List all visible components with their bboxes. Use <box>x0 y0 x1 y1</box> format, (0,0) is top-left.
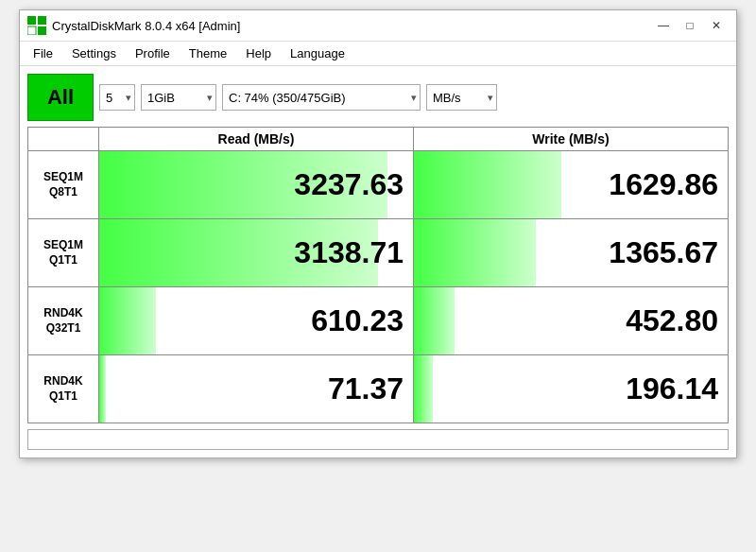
table-row: SEQ1MQ1T1 3138.71 1365.67 <box>28 219 729 287</box>
runs-select-wrapper[interactable]: 5 <box>99 84 135 111</box>
close-button[interactable]: ✕ <box>704 16 729 35</box>
header-write: Write (MB/s) <box>414 128 729 151</box>
menu-item-language[interactable]: Language <box>281 43 354 63</box>
write-value-1: 1365.67 <box>414 219 729 287</box>
main-window: CrystalDiskMark 8.0.4 x64 [Admin] — □ ✕ … <box>19 9 737 458</box>
menu-item-file[interactable]: File <box>24 43 62 63</box>
table-row: SEQ1MQ8T1 3237.63 1629.86 <box>28 151 729 219</box>
main-content: All 5 1GiB C: 74% (350/475GiB) MB/s <box>20 66 736 457</box>
table-header-row: Read (MB/s) Write (MB/s) <box>28 128 729 151</box>
drive-select-wrapper[interactable]: C: 74% (350/475GiB) <box>222 84 421 111</box>
unit-select[interactable]: MB/s <box>426 84 497 111</box>
row-label-3: RND4KQ1T1 <box>28 355 99 423</box>
menu-item-profile[interactable]: Profile <box>126 43 180 63</box>
minimize-button[interactable]: — <box>651 16 676 35</box>
window-title: CrystalDiskMark 8.0.4 x64 [Admin] <box>52 19 240 33</box>
menu-item-help[interactable]: Help <box>236 43 281 63</box>
svg-rect-2 <box>27 26 36 35</box>
read-value-3: 71.37 <box>99 355 414 423</box>
title-bar-controls: — □ ✕ <box>651 16 729 35</box>
app-icon <box>27 16 46 35</box>
all-button[interactable]: All <box>27 74 94 121</box>
write-value-0: 1629.86 <box>414 151 729 219</box>
title-bar-left: CrystalDiskMark 8.0.4 x64 [Admin] <box>27 16 240 35</box>
table-row: RND4KQ32T1 610.23 452.80 <box>28 287 729 355</box>
row-label-2: RND4KQ32T1 <box>28 287 99 355</box>
size-select-wrapper[interactable]: 1GiB <box>141 84 216 111</box>
write-value-2: 452.80 <box>414 287 729 355</box>
results-table: Read (MB/s) Write (MB/s) SEQ1MQ8T1 3237.… <box>27 127 729 423</box>
maximize-button[interactable]: □ <box>678 16 702 35</box>
title-bar: CrystalDiskMark 8.0.4 x64 [Admin] — □ ✕ <box>20 10 736 42</box>
size-select[interactable]: 1GiB <box>141 84 216 111</box>
read-value-0: 3237.63 <box>99 151 414 219</box>
runs-select[interactable]: 5 <box>99 84 135 111</box>
svg-rect-0 <box>27 16 36 25</box>
read-value-1: 3138.71 <box>99 219 414 287</box>
write-value-3: 196.14 <box>414 355 729 423</box>
drive-select[interactable]: C: 74% (350/475GiB) <box>222 84 421 111</box>
menu-item-settings[interactable]: Settings <box>62 43 126 63</box>
header-read: Read (MB/s) <box>99 128 414 151</box>
menu-item-theme[interactable]: Theme <box>180 43 236 63</box>
read-value-2: 610.23 <box>99 287 414 355</box>
svg-rect-1 <box>38 16 46 25</box>
header-label-col <box>28 128 99 151</box>
row-label-1: SEQ1MQ1T1 <box>28 219 99 287</box>
table-row: RND4KQ1T1 71.37 196.14 <box>28 355 729 423</box>
status-bar <box>27 429 729 450</box>
controls-row: All 5 1GiB C: 74% (350/475GiB) MB/s <box>27 74 729 121</box>
svg-rect-3 <box>38 26 46 35</box>
row-label-0: SEQ1MQ8T1 <box>28 151 99 219</box>
menu-bar: FileSettingsProfileThemeHelpLanguage <box>20 42 736 66</box>
unit-select-wrapper[interactable]: MB/s <box>426 84 497 111</box>
